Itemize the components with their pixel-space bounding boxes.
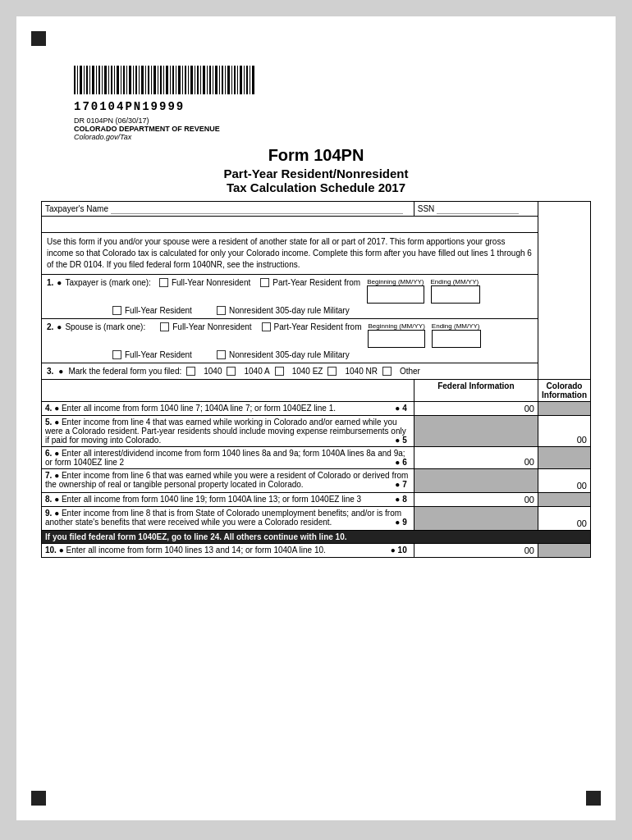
line2-ending-input[interactable] <box>432 330 481 348</box>
svg-rect-21 <box>139 66 140 94</box>
line1-ending-input[interactable] <box>431 285 480 304</box>
svg-rect-54 <box>240 66 242 94</box>
svg-rect-13 <box>114 66 115 94</box>
line3-content: 3. ● Mark the federal form you filed: 10… <box>47 367 533 376</box>
svg-rect-4 <box>86 66 88 94</box>
svg-rect-14 <box>117 66 119 94</box>
barcode-image <box>74 66 254 98</box>
line1-option3: Full-Year Resident <box>125 306 192 315</box>
col-headers-row: Federal Information Colorado Information <box>42 380 591 402</box>
line7-ref: ● 7 <box>395 480 406 489</box>
line1-checkbox-partyear[interactable] <box>260 278 269 287</box>
page: 170104PN19999 DR 0104PN (06/30/17) COLOR… <box>16 16 616 820</box>
taxpayer-name-cell: Taxpayer's Name <box>42 202 414 217</box>
line10-desc-cell: 10. ● Enter all income from form 1040 li… <box>42 544 414 558</box>
name-ssn-row: Taxpayer's Name SSN <box>42 202 591 217</box>
line3-checkbox-1040a[interactable] <box>227 367 236 376</box>
line1-checkbox-fullresident[interactable] <box>112 306 121 315</box>
svg-rect-11 <box>108 66 109 94</box>
svg-rect-35 <box>182 66 183 94</box>
line9-desc-cell: 9. ● Enter income from line 8 that is fr… <box>42 507 414 531</box>
svg-rect-45 <box>213 66 213 94</box>
line2-beginning-input[interactable] <box>368 330 424 348</box>
svg-rect-17 <box>126 66 127 94</box>
line1-checkbox-military[interactable] <box>217 306 226 315</box>
svg-rect-0 <box>74 66 76 94</box>
line8-desc: Enter all income from form 1040 line 19;… <box>62 495 361 504</box>
header-area: 170104PN19999 DR 0104PN (06/30/17) COLOR… <box>74 33 591 141</box>
line9-federal-cell <box>414 507 538 531</box>
line3-checkbox-1040ez[interactable] <box>275 367 284 376</box>
svg-rect-56 <box>246 66 248 94</box>
line2-checkbox-partyear[interactable] <box>262 322 271 331</box>
line4-federal-input[interactable] <box>428 404 522 413</box>
line2-option4: Nonresident 305-day rule Military <box>229 350 350 359</box>
line5-bullet: ● <box>54 418 62 427</box>
line3-checkbox-1040[interactable] <box>186 367 195 376</box>
line1-row: 1. ● Taxpayer is (mark one): Full-Year N… <box>42 275 591 319</box>
line2-label: Spouse is (mark one): <box>65 322 145 331</box>
line2-checkbox-nonresident[interactable] <box>160 322 169 331</box>
line2-checkbox-fullresident[interactable] <box>112 350 121 359</box>
line10-row: 10. ● Enter all income from form 1040 li… <box>42 544 591 558</box>
line4-cents: 00 <box>524 404 534 413</box>
line10-federal-input[interactable] <box>428 546 522 555</box>
taxpayer-name-input[interactable] <box>111 204 403 214</box>
line3-option-1040ez: 1040 EZ <box>292 367 323 376</box>
line7-number: 7. <box>45 471 52 480</box>
line10-highlight-row: If you filed federal form 1040EZ, go to … <box>42 531 591 544</box>
svg-rect-19 <box>133 66 134 94</box>
svg-rect-6 <box>92 66 94 94</box>
line9-colorado-input[interactable] <box>551 509 587 518</box>
line5-cents: 00 <box>577 435 587 445</box>
federal-col-header: Federal Information <box>414 380 538 402</box>
line3-checkbox-other[interactable] <box>382 367 392 376</box>
line6-federal-input[interactable] <box>428 458 522 467</box>
line4-ref: ● 4 <box>395 404 406 413</box>
dept-name: COLORADO DEPARTMENT OF REVENUE <box>74 125 220 133</box>
svg-rect-18 <box>129 66 131 94</box>
line5-colorado-cell: 00 <box>538 416 591 447</box>
line10-highlight-cell: If you filed federal form 1040EZ, go to … <box>42 531 591 544</box>
line4-bullet: ● <box>54 404 62 413</box>
svg-rect-47 <box>219 66 220 94</box>
line7-cents: 00 <box>577 481 587 491</box>
line8-desc-cell: 8. ● Enter all income from form 1040 lin… <box>42 493 414 507</box>
svg-rect-48 <box>222 66 223 94</box>
line1-checkbox-nonresident[interactable] <box>159 278 168 287</box>
line7-federal-cell <box>414 469 538 493</box>
main-form-table: Taxpayer's Name SSN Use this form if you… <box>41 201 591 558</box>
svg-rect-44 <box>209 66 211 94</box>
line1-bullet: ● <box>57 278 62 287</box>
line9-desc: Enter income from line 8 that is from St… <box>45 509 401 527</box>
line6-federal-cell: 00 <box>414 447 538 469</box>
corner-mark-bottom-right <box>586 791 601 806</box>
line6-colorado-cell <box>538 447 591 469</box>
line8-federal-input[interactable] <box>428 495 522 504</box>
line2-option1: Full-Year Nonresident <box>172 322 251 331</box>
svg-rect-27 <box>158 66 158 94</box>
line7-desc-cell: 7. ● Enter income from line 6 that was e… <box>42 469 414 493</box>
line3-checkbox-1040nr[interactable] <box>327 367 337 376</box>
svg-rect-39 <box>195 66 195 94</box>
line9-cents: 00 <box>577 518 587 528</box>
line1-beginning-input[interactable] <box>367 285 424 304</box>
line5-colorado-input[interactable] <box>551 426 587 435</box>
form-subtitle2: Tax Calculation Schedule 2017 <box>41 180 591 194</box>
line2-checkbox-military[interactable] <box>217 350 226 359</box>
line2-ending-group: Ending (MM/YY) <box>432 322 481 348</box>
line9-colorado-cell: 00 <box>538 507 591 531</box>
line7-colorado-input[interactable] <box>551 472 587 481</box>
line8-row: 8. ● Enter all income from form 1040 lin… <box>42 493 591 507</box>
svg-rect-30 <box>166 66 168 94</box>
svg-rect-58 <box>252 66 254 94</box>
ssn-input[interactable] <box>437 204 519 214</box>
line2-row: 2. ● Spouse is (mark one): Full-Year Non… <box>42 319 591 363</box>
line6-row: 6. ● Enter all interest/dividend income … <box>42 447 591 469</box>
line3-option-1040nr: 1040 NR <box>345 367 377 376</box>
desc-col-header <box>42 380 414 402</box>
form-id: DR 0104PN (06/30/17) <box>74 116 149 125</box>
form-title: Form 104PN <box>41 146 591 165</box>
line5-number: 5. <box>45 418 52 427</box>
ssn-label: SSN <box>418 204 435 213</box>
